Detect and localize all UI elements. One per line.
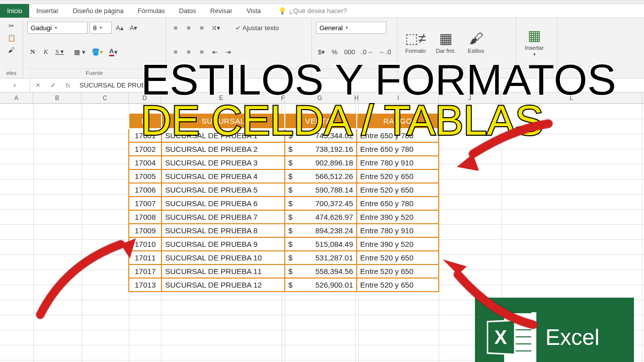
cell-rango[interactable]: Entre 520 y 650 bbox=[357, 264, 439, 278]
cell-id[interactable]: 17005 bbox=[129, 169, 162, 183]
table-row[interactable]: 17004SUCURSAL DE PRUEBA 3$902,896.18Entr… bbox=[129, 156, 439, 169]
cell-id[interactable]: 17001 bbox=[129, 129, 162, 142]
increase-indent-button[interactable]: ⇥ bbox=[222, 46, 233, 57]
copy-icon[interactable]: 📋 bbox=[4, 32, 19, 43]
cell-sucursal[interactable]: SUCURSAL DE PRUEBA 10 bbox=[162, 251, 285, 264]
align-top-button[interactable]: ≡ bbox=[170, 22, 181, 33]
table-row[interactable]: 17001SUCURSAL DE PRUEBA 1$745,344.02Entr… bbox=[129, 129, 439, 142]
border-button[interactable]: ▦ ▾ bbox=[72, 46, 88, 57]
name-box[interactable]: ▾ bbox=[0, 78, 30, 92]
cell-rango[interactable]: Entre 650 y 780 bbox=[357, 142, 439, 156]
cell-ventas[interactable]: $590,788.14 bbox=[285, 183, 357, 197]
table-row[interactable]: 17009SUCURSAL DE PRUEBA 8$894,238.24Entr… bbox=[129, 224, 439, 237]
cell-id[interactable]: 17002 bbox=[129, 142, 162, 156]
cell-sucursal[interactable]: SUCURSAL DE PRUEBA 3 bbox=[162, 156, 285, 169]
table-row[interactable]: 17011SUCURSAL DE PRUEBA 10$531,287.01Ent… bbox=[129, 251, 439, 264]
fill-color-button[interactable]: 🪣▾ bbox=[90, 46, 105, 57]
worksheet-grid[interactable]: ID SUCURSAL VENTAS RANGO 17001SUCURSAL D… bbox=[0, 104, 644, 362]
cell-sucursal[interactable]: SUCURSAL DE PRUEBA 9 bbox=[162, 237, 285, 251]
cell-ventas[interactable]: $902,896.18 bbox=[285, 156, 357, 169]
column-header-C[interactable]: C bbox=[82, 93, 129, 103]
cell-sucursal[interactable]: SUCURSAL DE PRUEBA 2 bbox=[162, 142, 285, 156]
cell-id[interactable]: 17004 bbox=[129, 156, 162, 169]
column-header-I[interactable]: I bbox=[358, 93, 439, 103]
column-header-D[interactable]: D bbox=[129, 93, 161, 103]
cell-sucursal[interactable]: SUCURSAL DE PRUEBA 7 bbox=[162, 210, 285, 224]
cell-ventas[interactable]: $474,626.97 bbox=[285, 210, 357, 224]
cell-ventas[interactable]: $531,287.01 bbox=[285, 251, 357, 264]
cell-sucursal[interactable]: SUCURSAL DE PRUEBA 11 bbox=[162, 264, 285, 278]
cell-ventas[interactable]: $745,344.02 bbox=[285, 129, 357, 142]
cell-ventas[interactable]: $515,084.49 bbox=[285, 237, 357, 251]
cell-ventas[interactable]: $894,238.24 bbox=[285, 224, 357, 237]
col-id-header[interactable]: ID bbox=[129, 113, 162, 129]
tab-diseno[interactable]: Diseño de página bbox=[65, 4, 130, 18]
orientation-button[interactable]: ⤭▾ bbox=[209, 22, 222, 33]
cell-sucursal[interactable]: SUCURSAL DE PRUEBA 6 bbox=[162, 197, 285, 210]
underline-button[interactable]: S ▾ bbox=[53, 46, 66, 57]
shrink-font-button[interactable]: A▾ bbox=[128, 22, 140, 33]
conditional-formatting-button[interactable]: ⬚≠ Formato bbox=[401, 20, 430, 63]
formula-input[interactable] bbox=[75, 78, 644, 92]
cell-rango[interactable]: Entre 520 y 650 bbox=[357, 251, 439, 264]
accounting-format-button[interactable]: $▾ bbox=[316, 46, 327, 57]
font-size-combo[interactable]: 8 ▾ bbox=[90, 22, 112, 34]
tab-insertar[interactable]: Insertar bbox=[29, 4, 65, 18]
cell-sucursal[interactable]: SUCURSAL DE PRUEBA 5 bbox=[162, 183, 285, 197]
tab-revisar[interactable]: Revisar bbox=[203, 4, 239, 18]
decrease-indent-button[interactable]: ⇤ bbox=[209, 46, 220, 57]
table-row[interactable]: 17010SUCURSAL DE PRUEBA 9$515,084.49Entr… bbox=[129, 237, 439, 251]
cell-rango[interactable]: Entre 650 y 780 bbox=[357, 197, 439, 210]
column-header-G[interactable]: G bbox=[285, 93, 355, 103]
cell-rango[interactable]: Entre 390 y 520 bbox=[357, 210, 439, 224]
format-painter-icon[interactable]: 🖌 bbox=[4, 44, 19, 55]
cell-id[interactable]: 17008 bbox=[129, 210, 162, 224]
column-header-J[interactable]: J bbox=[439, 93, 501, 103]
tab-inicio[interactable]: Inicio bbox=[0, 4, 29, 18]
cell-id[interactable]: 17009 bbox=[129, 224, 162, 237]
cell-rango[interactable]: Entre 520 y 650 bbox=[357, 169, 439, 183]
cell-id[interactable]: 17013 bbox=[129, 278, 162, 292]
table-row[interactable]: 17013SUCURSAL DE PRUEBA 12$526,900.01Ent… bbox=[129, 278, 439, 292]
cell-sucursal[interactable]: SUCURSAL DE PRUEBA 4 bbox=[162, 169, 285, 183]
tell-me-search[interactable]: 💡 ¿Qué desea hacer? bbox=[278, 7, 347, 15]
cell-id[interactable]: 17006 bbox=[129, 183, 162, 197]
align-right-button[interactable]: ≡ bbox=[196, 46, 207, 57]
grow-font-button[interactable]: A▴ bbox=[114, 22, 126, 33]
cell-ventas[interactable]: $700,372.45 bbox=[285, 197, 357, 210]
cell-rango[interactable]: Entre 520 y 650 bbox=[357, 278, 439, 292]
cell-sucursal[interactable]: SUCURSAL DE PRUEBA 12 bbox=[162, 278, 285, 292]
cell-rango[interactable]: Entre 780 y 910 bbox=[357, 224, 439, 237]
table-row[interactable]: 17002SUCURSAL DE PRUEBA 2$738,192.16Entr… bbox=[129, 142, 439, 156]
col-rango-header[interactable]: RANGO bbox=[357, 113, 439, 129]
column-header-L[interactable]: L bbox=[501, 93, 642, 103]
column-header-E[interactable]: E bbox=[161, 93, 282, 103]
cell-id[interactable]: 17017 bbox=[129, 264, 162, 278]
align-left-button[interactable]: ≡ bbox=[170, 46, 181, 57]
tab-vista[interactable]: Vista bbox=[239, 4, 268, 18]
cell-ventas[interactable]: $566,512.26 bbox=[285, 169, 357, 183]
align-center-button[interactable]: ≡ bbox=[183, 46, 194, 57]
align-middle-button[interactable]: ≡ bbox=[183, 22, 194, 33]
cell-sucursal[interactable]: SUCURSAL DE PRUEBA 8 bbox=[162, 224, 285, 237]
cell-rango[interactable]: Entre 390 y 520 bbox=[357, 237, 439, 251]
cell-ventas[interactable]: $738,192.16 bbox=[285, 142, 357, 156]
table-row[interactable]: 17008SUCURSAL DE PRUEBA 7$474,626.97Entr… bbox=[129, 210, 439, 224]
decrease-decimal-button[interactable]: ←.0 bbox=[377, 46, 393, 57]
bold-button[interactable]: N bbox=[27, 46, 38, 57]
table-row[interactable]: 17005SUCURSAL DE PRUEBA 4$566,512.26Entr… bbox=[129, 169, 439, 183]
align-bottom-button[interactable]: ≡ bbox=[196, 22, 207, 33]
cell-rango[interactable]: Entre 650 y 780 bbox=[357, 129, 439, 142]
cell-id[interactable]: 17007 bbox=[129, 197, 162, 210]
cancel-entry-button[interactable]: ✕ bbox=[30, 81, 45, 89]
cell-ventas[interactable]: $558,394.56 bbox=[285, 264, 357, 278]
column-header-B[interactable]: B bbox=[33, 93, 82, 103]
cell-ventas[interactable]: $526,900.01 bbox=[285, 278, 357, 292]
comma-format-button[interactable]: 000 bbox=[342, 46, 357, 57]
tab-formulas[interactable]: Fórmulas bbox=[131, 4, 172, 18]
cut-icon[interactable]: ✂ bbox=[4, 20, 19, 31]
font-name-combo[interactable]: Gadugi ▾ bbox=[27, 22, 88, 34]
col-ventas-header[interactable]: VENTAS bbox=[285, 113, 357, 129]
font-color-button[interactable]: A▾ bbox=[107, 46, 119, 57]
wrap-text-button[interactable]: ⤶ Ajustar texto bbox=[231, 22, 282, 33]
